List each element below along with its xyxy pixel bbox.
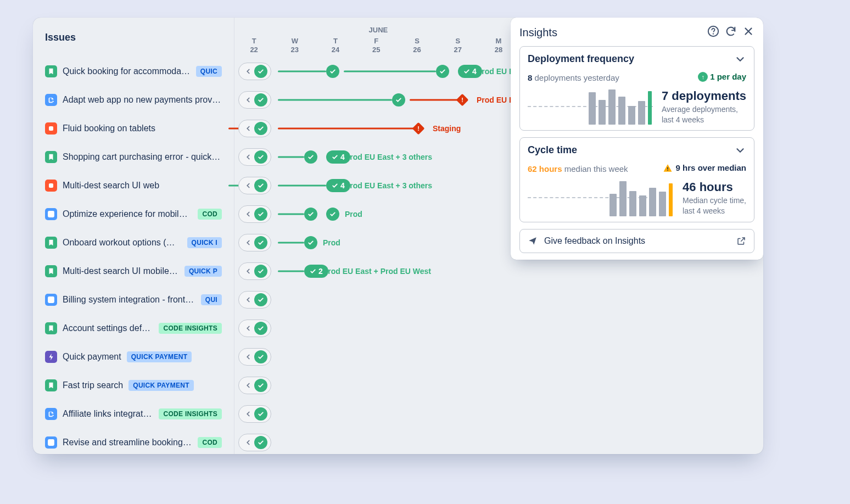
issue-row[interactable]: Shopping cart purchasing error - quick f…	[33, 143, 234, 171]
issue-tag: COD	[198, 209, 222, 220]
issue-row[interactable]: Multi-dest search UI web	[33, 171, 234, 200]
issue-tag: QUICK PAYMENT	[127, 351, 192, 362]
commit-chip[interactable]	[238, 177, 271, 194]
bug-icon	[45, 180, 57, 192]
issue-title: Affiliate links integration	[63, 409, 153, 419]
commit-chip[interactable]	[238, 205, 271, 223]
commit-chip[interactable]	[238, 148, 271, 166]
change-icon	[45, 408, 57, 420]
chevron-down-icon[interactable]	[734, 53, 746, 68]
chevron-down-icon[interactable]	[734, 144, 746, 159]
check-icon	[254, 93, 267, 107]
feedback-link[interactable]: Give feedback on Insights	[519, 229, 754, 253]
commit-chip[interactable]	[238, 434, 271, 451]
commit-chip[interactable]	[238, 91, 271, 109]
chevron-left-icon[interactable]	[242, 296, 254, 304]
task-icon	[45, 294, 57, 306]
chevron-left-icon[interactable]	[242, 382, 254, 389]
issue-tag: QUICK P	[184, 266, 222, 277]
fail-diamond-icon[interactable]	[412, 122, 425, 135]
svg-point-4	[713, 33, 714, 34]
chevron-left-icon[interactable]	[242, 68, 254, 75]
commit-chip[interactable]	[238, 348, 271, 366]
issue-title: Account settings defaults	[63, 323, 153, 333]
check-icon	[254, 436, 267, 449]
commit-chip[interactable]	[238, 291, 271, 309]
close-icon[interactable]	[742, 25, 754, 40]
deployments-board: Issues Quick booking for accommodationsQ…	[33, 18, 763, 454]
environment-label: Prod EU East + 3 others	[345, 153, 432, 161]
story-icon	[45, 151, 57, 163]
issue-row[interactable]: Account settings defaultsCODE INSIGHTS	[33, 314, 234, 343]
issue-row[interactable]: Billing system integration - frontendQUI	[33, 285, 234, 314]
story-icon	[45, 237, 57, 249]
chevron-left-icon[interactable]	[242, 210, 254, 218]
card-deployment-frequency[interactable]: Deployment frequency 8 deployments yeste…	[519, 46, 754, 131]
commit-chip[interactable]	[238, 405, 271, 423]
story-icon	[45, 65, 57, 77]
issue-title: Fluid booking on tablets	[63, 124, 155, 133]
commit-chip[interactable]	[238, 320, 271, 337]
issue-title: Fast trip search	[63, 380, 123, 390]
issue-tag: CODE INSIGHTS	[159, 323, 222, 334]
chevron-left-icon[interactable]	[242, 125, 254, 132]
deploy-title: Deployment frequency	[528, 53, 734, 65]
commit-chip[interactable]	[238, 262, 271, 280]
issue-row[interactable]: Fast trip searchQUICK PAYMENT	[33, 371, 234, 400]
commit-chip[interactable]	[238, 63, 271, 80]
trend-warn: 9 hrs over median	[663, 163, 746, 173]
issue-row[interactable]: Optimize experience for mobile webCOD	[33, 200, 234, 228]
issue-row[interactable]: Adapt web app no new payments provider	[33, 86, 234, 114]
chevron-left-icon[interactable]	[242, 96, 254, 104]
issue-title: Billing system integration - frontend	[63, 295, 195, 305]
timeline-row	[234, 371, 763, 400]
svg-rect-0	[48, 211, 54, 217]
help-icon[interactable]	[707, 25, 719, 40]
environment-label: Prod	[345, 210, 362, 219]
day-col[interactable]: T22	[234, 34, 274, 57]
environment-label: Staging	[433, 124, 461, 133]
issue-row[interactable]: Fluid booking on tablets	[33, 114, 234, 143]
card-cycle-time[interactable]: Cycle time 62 hours median this week 9 h…	[519, 137, 754, 222]
issue-row[interactable]: Quick paymentQUICK PAYMENT	[33, 343, 234, 371]
issue-tag: COD	[198, 437, 222, 448]
issue-row[interactable]: Onboard workout options (OWO)QUICK I	[33, 228, 234, 257]
issue-title: Quick booking for accommodations	[63, 66, 191, 76]
issue-row[interactable]: Quick booking for accommodationsQUIC	[33, 57, 234, 86]
issue-row[interactable]: Affiliate links integrationCODE INSIGHTS	[33, 400, 234, 428]
svg-rect-1	[48, 297, 54, 303]
environment-label: Prod EU East + 3 others	[345, 181, 432, 190]
chevron-left-icon[interactable]	[242, 353, 254, 361]
issue-tag: QUICK I	[187, 237, 222, 248]
commit-chip[interactable]	[238, 234, 271, 251]
day-col[interactable]: S26	[396, 34, 437, 57]
chevron-left-icon[interactable]	[242, 153, 254, 161]
check-icon	[254, 293, 267, 306]
day-col[interactable]: S27	[437, 34, 478, 57]
chevron-left-icon[interactable]	[242, 410, 254, 418]
chevron-left-icon[interactable]	[242, 267, 254, 275]
issues-header: Issues	[33, 18, 234, 57]
sparkbar-deploy	[589, 89, 652, 125]
day-col[interactable]: F25	[356, 34, 396, 57]
chevron-left-icon[interactable]	[242, 182, 254, 189]
check-icon	[254, 208, 267, 221]
svg-rect-5	[667, 167, 668, 169]
day-col[interactable]: W23	[274, 34, 315, 57]
commit-chip[interactable]	[238, 377, 271, 394]
change-icon	[45, 94, 57, 106]
issues-column: Issues Quick booking for accommodationsQ…	[33, 18, 234, 454]
chevron-left-icon[interactable]	[242, 239, 254, 247]
issue-row[interactable]: Multi-dest search UI mobilewebQUICK P	[33, 257, 234, 285]
issue-title: Adapt web app no new payments provider	[63, 95, 222, 105]
commit-chip[interactable]	[238, 120, 271, 137]
fail-diamond-icon[interactable]	[456, 94, 469, 107]
day-col[interactable]: T24	[315, 34, 355, 57]
chevron-left-icon[interactable]	[242, 439, 254, 446]
check-icon	[254, 122, 267, 135]
refresh-icon[interactable]	[725, 25, 737, 40]
chevron-left-icon[interactable]	[242, 324, 254, 332]
bug-icon	[45, 122, 57, 135]
timeline-row	[234, 400, 763, 428]
issue-row[interactable]: Revise and streamline booking flowCOD	[33, 428, 234, 454]
